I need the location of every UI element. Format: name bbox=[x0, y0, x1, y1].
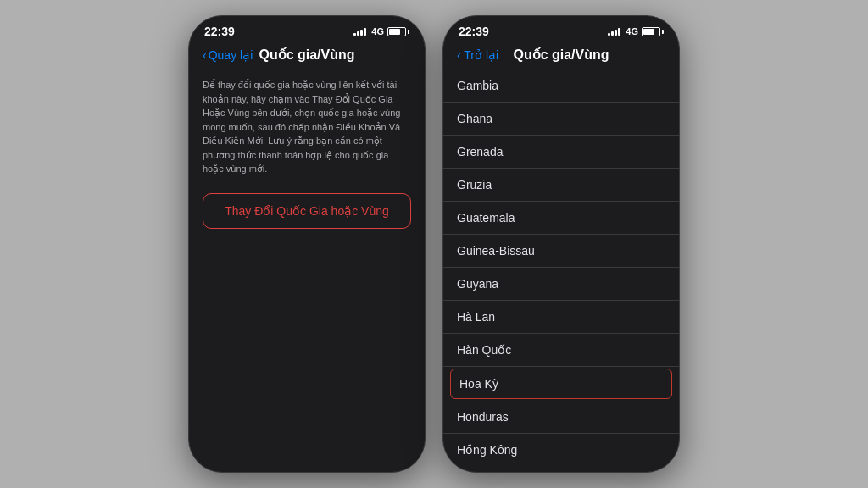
left-status-icons: 4G bbox=[353, 26, 409, 36]
country-item[interactable]: Guyana bbox=[443, 268, 679, 301]
country-item[interactable]: Guinea-Bissau bbox=[443, 235, 679, 268]
right-nav-bar: ‹ Trở lại Quốc gia/Vùng bbox=[443, 43, 679, 69]
left-signal-icon bbox=[353, 27, 366, 36]
country-item[interactable]: Gruzia bbox=[443, 169, 679, 202]
left-signal-label: 4G bbox=[371, 26, 384, 36]
country-item[interactable]: Hồng Kông bbox=[443, 434, 679, 459]
country-item[interactable]: Hàn Quốc bbox=[443, 334, 679, 367]
right-back-label[interactable]: Trở lại bbox=[464, 48, 498, 62]
left-time: 22:39 bbox=[204, 25, 235, 38]
right-status-bar: 22:39 4G bbox=[443, 16, 679, 43]
country-item[interactable]: Honduras bbox=[443, 401, 679, 434]
left-nav-bar: ‹ Quay lại Quốc gia/Vùng bbox=[189, 43, 425, 69]
right-battery-icon bbox=[642, 27, 664, 36]
country-item[interactable]: Hoa Kỳ bbox=[450, 369, 672, 399]
country-list[interactable]: GambiaGhanaGrenadaGruziaGuatemalaGuinea-… bbox=[443, 69, 679, 459]
left-phone: 22:39 4G ‹ Quay lạ bbox=[188, 15, 426, 473]
right-phone: 22:39 4G ‹ Trở lạ bbox=[442, 15, 680, 473]
country-item[interactable]: Guatemala bbox=[443, 202, 679, 235]
description-text: Để thay đổi quốc gia hoặc vùng liên kết … bbox=[203, 78, 411, 176]
country-item[interactable]: Ghana bbox=[443, 103, 679, 136]
right-signal-icon bbox=[608, 27, 620, 36]
left-content: Để thay đổi quốc gia hoặc vùng liên kết … bbox=[189, 69, 425, 237]
left-chevron-icon: ‹ bbox=[203, 48, 207, 62]
right-status-icons: 4G bbox=[608, 26, 664, 36]
right-back-button[interactable]: ‹ Trở lại bbox=[457, 48, 498, 62]
left-battery-icon bbox=[387, 27, 409, 36]
country-item[interactable]: Grenada bbox=[443, 136, 679, 169]
left-back-label[interactable]: Quay lại bbox=[209, 48, 253, 62]
country-item[interactable]: Hà Lan bbox=[443, 301, 679, 334]
change-country-button[interactable]: Thay Đổi Quốc Gia hoặc Vùng bbox=[203, 193, 411, 229]
phones-container: 22:39 4G ‹ Quay lạ bbox=[180, 15, 688, 473]
left-nav-title: Quốc gia/Vùng bbox=[259, 47, 354, 63]
left-back-button[interactable]: ‹ Quay lại bbox=[203, 48, 253, 62]
country-item[interactable]: Gambia bbox=[443, 69, 679, 103]
right-nav-title: Quốc gia/Vùng bbox=[513, 47, 609, 63]
right-signal-label: 4G bbox=[626, 26, 638, 36]
left-status-bar: 22:39 4G bbox=[189, 16, 425, 43]
right-time: 22:39 bbox=[459, 25, 489, 38]
